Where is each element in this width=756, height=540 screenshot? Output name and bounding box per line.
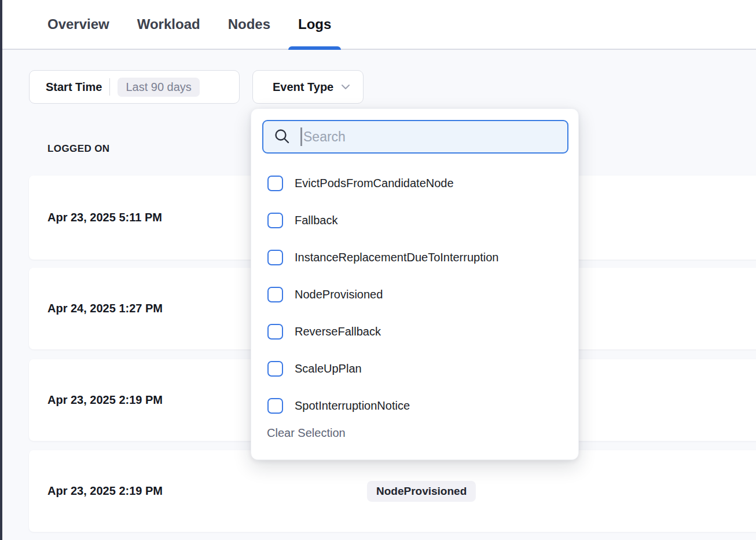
logged-on-value: Apr 23, 2025 2:19 PM [47, 393, 163, 407]
option-evictpodsfromcandidatenode[interactable]: EvictPodsFromCandidateNode [267, 172, 567, 195]
logged-on-value: Apr 23, 2025 2:19 PM [47, 484, 163, 498]
checkbox-icon[interactable] [267, 361, 283, 377]
chevron-down-icon [340, 81, 351, 93]
search-icon [273, 127, 291, 146]
tab-nodes-label: Nodes [228, 16, 270, 32]
option-fallback[interactable]: Fallback [267, 209, 567, 232]
drawer-left-edge [0, 0, 2, 540]
option-label: ScaleUpPlan [295, 362, 362, 375]
filter-separator [109, 78, 110, 96]
option-label: ReverseFallback [295, 325, 381, 338]
checkbox-icon[interactable] [267, 176, 283, 191]
logged-on-value: Apr 24, 2025 1:27 PM [47, 302, 163, 315]
checkbox-icon[interactable] [267, 398, 283, 414]
option-spotinterruptionnotice[interactable]: SpotInterruptionNotice [267, 394, 567, 417]
tab-nodes[interactable]: Nodes [228, 0, 270, 49]
dropdown-search-box [262, 120, 568, 154]
tab-logs[interactable]: Logs [298, 0, 331, 49]
option-reversefallback[interactable]: ReverseFallback [267, 320, 567, 343]
checkbox-icon[interactable] [267, 250, 283, 265]
option-label: Fallback [295, 214, 337, 227]
option-nodeprovisioned[interactable]: NodeProvisioned [267, 283, 567, 306]
checkbox-icon[interactable] [267, 213, 283, 228]
option-label: InstanceReplacementDueToInterruption [295, 251, 498, 264]
tab-logs-label: Logs [298, 16, 331, 32]
checkbox-icon[interactable] [267, 287, 283, 302]
option-scaleupplan[interactable]: ScaleUpPlan [267, 357, 567, 380]
clear-selection-button[interactable]: Clear Selection [267, 426, 346, 440]
tabs-bar: Overview Workload Nodes Logs [0, 0, 756, 50]
log-row[interactable]: Apr 23, 2025 2:19 PM NodeProvisioned [29, 450, 756, 532]
start-time-value-pill: Last 90 days [118, 78, 199, 97]
tab-active-underline [288, 46, 341, 50]
search-input[interactable] [302, 121, 567, 152]
tab-overview-label: Overview [47, 16, 109, 32]
event-type-label: Event Type [273, 81, 333, 94]
event-type-badge: NodeProvisioned [367, 481, 476, 502]
option-label: SpotInterruptionNotice [295, 399, 410, 413]
logged-on-value: Apr 23, 2025 5:11 PM [47, 211, 162, 224]
start-time-filter-button[interactable]: Start Time Last 90 days [29, 70, 240, 104]
checkbox-icon[interactable] [267, 324, 283, 340]
tab-workload[interactable]: Workload [137, 0, 200, 49]
event-type-filter-button[interactable]: Event Type [252, 70, 364, 104]
column-header-logged-on: LOGGED ON [47, 143, 110, 155]
logs-screen: Overview Workload Nodes Logs Start Time … [0, 0, 756, 540]
option-instancereplacementduetointerruption[interactable]: InstanceReplacementDueToInterruption [267, 246, 567, 269]
option-label: EvictPodsFromCandidateNode [295, 177, 454, 190]
option-label: NodeProvisioned [295, 288, 383, 301]
event-type-dropdown-panel: EvictPodsFromCandidateNode Fallback Inst… [251, 108, 579, 460]
tab-overview[interactable]: Overview [47, 0, 109, 49]
start-time-label: Start Time [46, 81, 102, 94]
tab-workload-label: Workload [137, 16, 200, 32]
